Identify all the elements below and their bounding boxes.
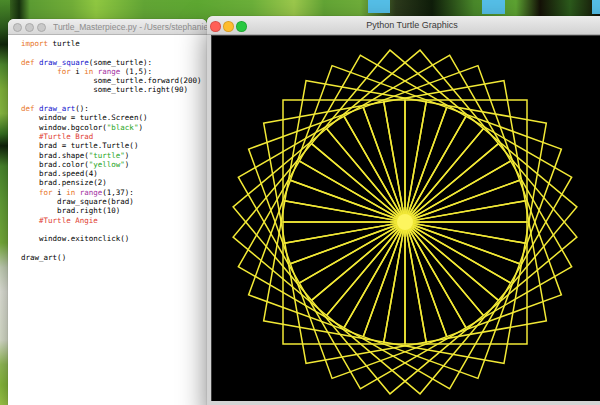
editor-window: Turtle_Masterpiece.py - /Users/stephanie…: [8, 19, 207, 405]
turtle-drawing-svg: [212, 36, 600, 401]
turtle-window-title: Python Turtle Graphics: [207, 20, 600, 30]
turtle-graphics-window: Python Turtle Graphics: [207, 16, 600, 405]
code-line: brad.shape("turtle"): [21, 151, 207, 160]
code-line: import turtle: [21, 39, 207, 48]
editor-titlebar[interactable]: Turtle_Masterpiece.py - /Users/stephanie: [8, 19, 207, 35]
code-line: brad = turtle.Turtle(): [21, 141, 207, 150]
minimize-button-icon[interactable]: [25, 23, 34, 32]
editor-content: import turtle def draw_square(some_turtl…: [8, 35, 207, 405]
blue-tile: [592, 0, 600, 14]
blue-tile: [368, 0, 390, 13]
code-line: some_turtle.forward(200): [21, 76, 207, 85]
code-line: window = turtle.Screen(): [21, 113, 207, 122]
code-line: def draw_art():: [21, 104, 207, 113]
code-area[interactable]: import turtle def draw_square(some_turtl…: [8, 35, 207, 262]
code-line: for i in range (1,5):: [21, 67, 207, 76]
code-line: def draw_square(some_turtle):: [21, 58, 207, 67]
code-line: window.bgcolor("black"): [21, 123, 207, 132]
code-line: brad.color("yellow"): [21, 160, 207, 169]
code-line: brad.speed(4): [21, 169, 207, 178]
code-line: [21, 225, 207, 234]
code-line: for i in range(1,37):: [21, 188, 207, 197]
code-line: draw_square(brad): [21, 197, 207, 206]
blue-tile: [482, 0, 505, 14]
close-button-icon[interactable]: [13, 23, 22, 32]
code-line: #Turtle Angie: [21, 216, 207, 225]
desktop: Turtle_Masterpiece.py - /Users/stephanie…: [0, 0, 600, 405]
turtle-canvas[interactable]: [211, 35, 600, 401]
code-line: some_turtle.right(90): [21, 85, 207, 94]
editor-window-title: Turtle_Masterpiece.py - /Users/stephanie: [53, 22, 207, 33]
code-line: [21, 48, 207, 57]
code-line: [21, 95, 207, 104]
code-line: brad.pensize(2): [21, 178, 207, 187]
turtle-titlebar[interactable]: Python Turtle Graphics: [207, 16, 600, 35]
code-line: brad.right(10): [21, 206, 207, 215]
zoom-button-icon[interactable]: [37, 23, 46, 32]
code-line: #Turtle Brad: [21, 132, 207, 141]
code-line: window.exitonclick(): [21, 234, 207, 243]
code-line: [21, 244, 207, 253]
code-line: draw_art(): [21, 253, 207, 262]
